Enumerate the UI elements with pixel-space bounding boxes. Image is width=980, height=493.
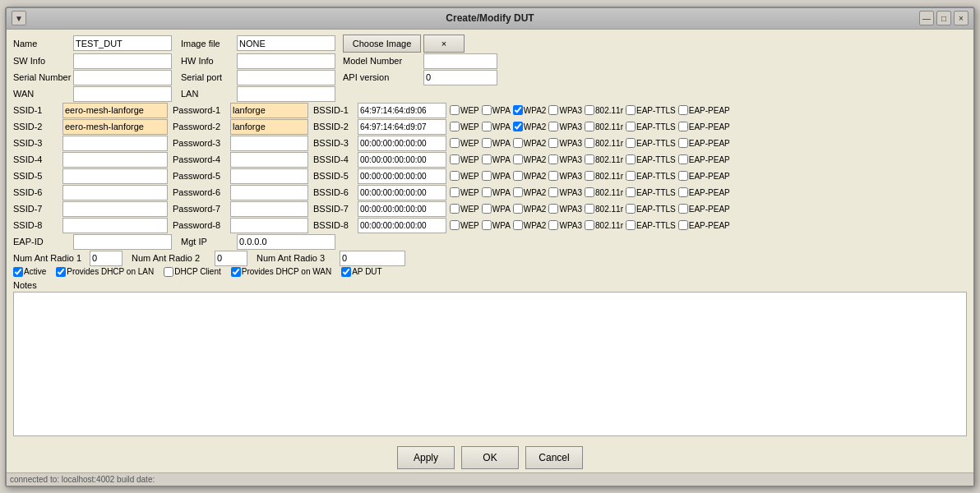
80211r-7-label[interactable]: 802.11r	[585, 204, 623, 214]
wep-6-checkbox[interactable]	[450, 187, 460, 197]
lan-input[interactable]	[237, 86, 335, 102]
provides-dhcp-lan-checkbox[interactable]	[56, 267, 66, 277]
password-6-input[interactable]	[230, 185, 308, 200]
image-file-input[interactable]	[237, 35, 335, 51]
bssid-4-input[interactable]	[358, 152, 446, 168]
active-checkbox-label[interactable]: Active	[13, 267, 46, 277]
bssid-3-input[interactable]	[358, 136, 446, 151]
wpa2-6-checkbox[interactable]	[513, 187, 523, 197]
active-checkbox[interactable]	[13, 267, 23, 277]
wpa3-4-label[interactable]: WPA3	[548, 154, 582, 164]
eap-ttls-3-label[interactable]: EAP-TTLS	[626, 138, 676, 148]
eap-peap-6-checkbox[interactable]	[678, 187, 688, 197]
eap-peap-1-label[interactable]: EAP-PEAP	[678, 105, 730, 115]
eap-ttls-6-checkbox[interactable]	[626, 187, 636, 197]
wpa2-4-checkbox[interactable]	[513, 154, 523, 164]
80211r-8-checkbox[interactable]	[585, 220, 594, 230]
password-5-input[interactable]	[230, 168, 308, 184]
eap-peap-8-checkbox[interactable]	[678, 220, 688, 230]
wep-1-checkbox[interactable]	[450, 105, 460, 115]
80211r-7-checkbox[interactable]	[585, 204, 594, 214]
eap-peap-7-checkbox[interactable]	[678, 204, 688, 214]
eap-ttls-5-checkbox[interactable]	[626, 171, 636, 181]
serial-port-input[interactable]	[237, 70, 335, 85]
wpa3-5-label[interactable]: WPA3	[548, 171, 582, 181]
wpa-2-checkbox[interactable]	[482, 122, 492, 131]
ssid-3-input[interactable]	[62, 136, 168, 151]
eap-ttls-7-label[interactable]: EAP-TTLS	[626, 204, 676, 214]
ssid-4-input[interactable]	[62, 152, 168, 168]
wep-6-label[interactable]: WEP	[450, 187, 479, 197]
wpa3-7-label[interactable]: WPA3	[548, 204, 582, 214]
wpa3-2-label[interactable]: WPA3	[548, 122, 582, 131]
wep-8-checkbox[interactable]	[450, 220, 460, 230]
wpa3-6-label[interactable]: WPA3	[548, 187, 582, 197]
wpa3-8-checkbox[interactable]	[548, 220, 558, 230]
wpa2-7-label[interactable]: WPA2	[513, 204, 547, 214]
ssid-8-input[interactable]	[62, 218, 168, 233]
wep-4-label[interactable]: WEP	[450, 154, 479, 164]
provides-dhcp-lan-checkbox-label[interactable]: Provides DHCP on LAN	[56, 267, 154, 277]
eap-peap-4-label[interactable]: EAP-PEAP	[678, 154, 730, 164]
wan-input[interactable]	[73, 86, 172, 102]
wpa3-5-checkbox[interactable]	[548, 171, 558, 181]
ok-button[interactable]: OK	[461, 446, 519, 469]
80211r-1-checkbox[interactable]	[585, 105, 594, 115]
eap-peap-8-label[interactable]: EAP-PEAP	[678, 220, 730, 230]
wep-3-label[interactable]: WEP	[450, 138, 479, 148]
eap-peap-2-checkbox[interactable]	[678, 122, 688, 131]
provides-dhcp-wan-checkbox[interactable]	[231, 267, 241, 277]
window-menu-button[interactable]: ▼	[12, 11, 26, 25]
wep-7-checkbox[interactable]	[450, 204, 460, 214]
wpa-3-label[interactable]: WPA	[482, 138, 511, 148]
80211r-6-label[interactable]: 802.11r	[585, 187, 623, 197]
eap-ttls-8-label[interactable]: EAP-TTLS	[626, 220, 676, 230]
num-ant-radio3-input[interactable]	[340, 251, 405, 266]
wep-7-label[interactable]: WEP	[450, 204, 479, 214]
eap-peap-5-label[interactable]: EAP-PEAP	[678, 171, 730, 181]
eap-ttls-2-checkbox[interactable]	[626, 122, 636, 131]
eap-ttls-1-label[interactable]: EAP-TTLS	[626, 105, 676, 115]
sw-info-input[interactable]	[73, 53, 172, 69]
wpa3-6-checkbox[interactable]	[548, 187, 558, 197]
wep-5-checkbox[interactable]	[450, 171, 460, 181]
wpa2-1-label[interactable]: WPA2	[513, 105, 547, 115]
wpa-1-checkbox[interactable]	[482, 105, 492, 115]
eap-peap-7-label[interactable]: EAP-PEAP	[678, 204, 730, 214]
api-version-input[interactable]	[423, 70, 497, 85]
wpa-3-checkbox[interactable]	[482, 138, 492, 148]
close-button[interactable]: ×	[954, 11, 968, 25]
eap-peap-1-checkbox[interactable]	[678, 105, 688, 115]
ssid-6-input[interactable]	[62, 185, 168, 200]
bssid-5-input[interactable]	[358, 168, 446, 184]
serial-number-input[interactable]	[73, 70, 172, 85]
dhcp-client-checkbox[interactable]	[164, 267, 173, 277]
password-8-input[interactable]	[230, 218, 308, 233]
80211r-1-label[interactable]: 802.11r	[585, 105, 623, 115]
password-4-input[interactable]	[230, 152, 308, 168]
password-2-input[interactable]	[230, 119, 308, 135]
bssid-1-input[interactable]	[358, 103, 446, 118]
wpa-5-checkbox[interactable]	[482, 171, 492, 181]
wpa-5-label[interactable]: WPA	[482, 171, 511, 181]
80211r-4-label[interactable]: 802.11r	[585, 154, 623, 164]
choose-image-button[interactable]: Choose Image	[343, 35, 421, 53]
minimize-button[interactable]: —	[919, 11, 934, 25]
ssid-2-input[interactable]	[62, 119, 168, 135]
eap-ttls-5-label[interactable]: EAP-TTLS	[626, 171, 676, 181]
ssid-1-input[interactable]	[62, 103, 168, 118]
eap-peap-6-label[interactable]: EAP-PEAP	[678, 187, 730, 197]
wpa3-8-label[interactable]: WPA3	[548, 220, 582, 230]
wep-1-label[interactable]: WEP	[450, 105, 479, 115]
eap-peap-2-label[interactable]: EAP-PEAP	[678, 122, 730, 131]
wpa2-3-checkbox[interactable]	[513, 138, 523, 148]
dhcp-client-checkbox-label[interactable]: DHCP Client	[164, 267, 221, 277]
wep-5-label[interactable]: WEP	[450, 171, 479, 181]
80211r-5-label[interactable]: 802.11r	[585, 171, 623, 181]
wpa-4-label[interactable]: WPA	[482, 154, 511, 164]
eap-peap-3-label[interactable]: EAP-PEAP	[678, 138, 730, 148]
notes-textarea[interactable]	[13, 292, 967, 436]
wep-8-label[interactable]: WEP	[450, 220, 479, 230]
num-ant-radio1-input[interactable]	[90, 251, 122, 266]
wpa2-4-label[interactable]: WPA2	[513, 154, 547, 164]
